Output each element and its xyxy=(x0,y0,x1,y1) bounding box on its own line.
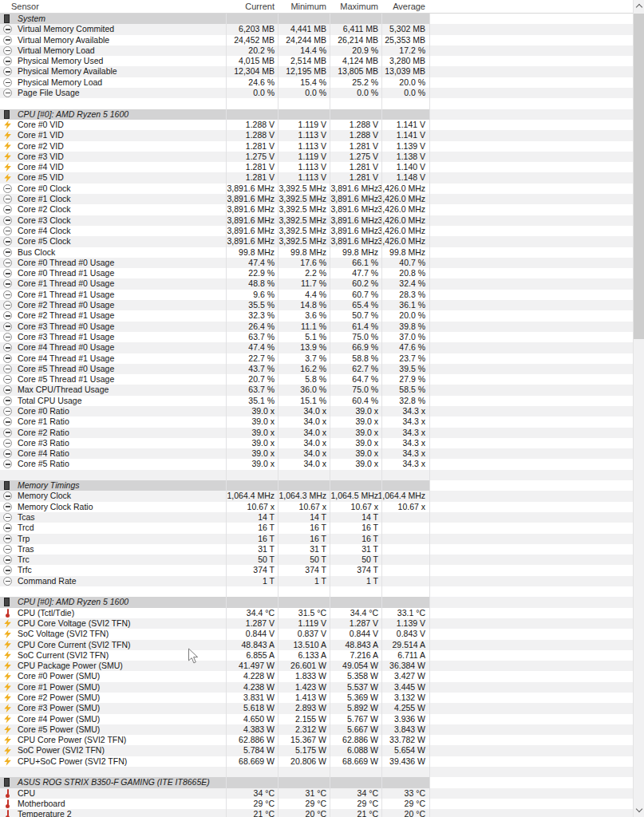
sensor-row[interactable]: Core #5 VID 1.281 V 1.113 V 1.281 V 1.14… xyxy=(0,172,633,183)
sensor-row[interactable]: Memory Clock 1,064.4 MHz 1,064.3 MHz 1,0… xyxy=(0,491,633,501)
sensor-row[interactable]: Core #1 Ratio 39.0 x 34.0 x 39.0 x 34.3 … xyxy=(0,416,633,427)
maximum-value: 16 T xyxy=(290,534,378,544)
sensor-row[interactable]: Trfc 374 T 374 T 374 T xyxy=(0,565,633,575)
sensor-row[interactable]: Virtual Memory Commited 6,203 MB 4,441 M… xyxy=(0,24,633,34)
sensor-row[interactable]: Trc 50 T 50 T 50 T xyxy=(0,555,633,565)
sensor-row[interactable]: Tcas 14 T 14 T 14 T xyxy=(0,512,633,523)
sensor-label: Core #1 Power (SMU) xyxy=(18,682,100,693)
sensor-label: SoC Voltage (SVI2 TFN) xyxy=(18,629,109,639)
sensor-row[interactable]: CPU (Tctl/Tdie) 34.4 °C 31.5 °C 34.4 °C … xyxy=(0,608,633,618)
sensor-row[interactable]: Temperature 2 21 °C 20 °C 21 °C 20 °C xyxy=(0,809,633,817)
sensor-row[interactable]: Core #4 Thread #0 Usage 47.4 % 13.9 % 66… xyxy=(0,342,633,353)
scrollbar-thumb[interactable] xyxy=(634,14,644,339)
section-header-row[interactable]: System xyxy=(0,14,633,24)
sensor-row[interactable]: SoC Voltage (SVI2 TFN) 0.844 V 0.837 V 0… xyxy=(0,629,633,639)
sensor-row[interactable]: Core #4 Power (SMU) 4.650 W 2.155 W 5.76… xyxy=(0,714,633,724)
sensor-row[interactable]: Core #5 Ratio 39.0 x 34.0 x 39.0 x 34.3 … xyxy=(0,459,633,469)
sensor-row[interactable]: Physical Memory Used 4,015 MB 2,514 MB 4… xyxy=(0,56,633,66)
sensor-row[interactable]: Core #5 Thread #0 Usage 43.7 % 16.2 % 62… xyxy=(0,364,633,374)
sensor-row[interactable]: CPU Core Voltage (SVI2 TFN) 1.287 V 1.11… xyxy=(0,618,633,629)
sensor-row[interactable]: Memory Clock Ratio 10.67 x 10.67 x 10.67… xyxy=(0,502,633,512)
sensor-row[interactable]: CPU Core Power (SVI2 TFN) 62.886 W 15.36… xyxy=(0,735,633,745)
sensor-row[interactable]: Trp 16 T 16 T 16 T xyxy=(0,534,633,544)
sensor-row[interactable]: Core #3 Thread #1 Usage 63.7 % 5.1 % 75.… xyxy=(0,332,633,342)
sensor-row[interactable]: Core #0 VID 1.288 V 1.119 V 1.288 V 1.14… xyxy=(0,120,633,130)
sensor-row[interactable]: Trcd 16 T 16 T 16 T xyxy=(0,523,633,533)
sensor-row[interactable]: Core #4 Thread #1 Usage 22.7 % 3.7 % 58.… xyxy=(0,353,633,364)
sensor-row[interactable]: Core #5 Thread #1 Usage 20.7 % 5.8 % 64.… xyxy=(0,374,633,385)
sensor-row[interactable]: Page File Usage 0.0 % 0.0 % 0.0 % 0.0 % xyxy=(0,88,633,98)
sensor-row[interactable]: Max CPU/Thread Usage 63.7 % 36.0 % 75.0 … xyxy=(0,385,633,395)
bolt-icon xyxy=(3,704,12,712)
average-value: 5.654 W xyxy=(338,745,425,756)
section-title: System xyxy=(18,14,45,24)
sensor-row[interactable]: Motherboard 29 °C 29 °C 29 °C 29 °C xyxy=(0,799,633,809)
sensor-row[interactable]: Core #1 VID 1.288 V 1.113 V 1.288 V 1.14… xyxy=(0,130,633,140)
sensor-row[interactable]: Core #5 Clock 3,891.6 MHz 3,392.5 MHz 3,… xyxy=(0,236,633,247)
sensor-row[interactable]: Core #1 Thread #0 Usage 48.8 % 11.7 % 60… xyxy=(0,278,633,289)
sensor-row[interactable]: Core #3 Power (SMU) 5.618 W 2.893 W 5.89… xyxy=(0,703,633,713)
average-value: 34.3 x xyxy=(338,459,425,469)
gauge-icon xyxy=(3,184,12,193)
column-header-sensor[interactable]: Sensor xyxy=(11,0,39,13)
sensor-row[interactable]: Core #0 Thread #1 Usage 22.9 % 2.2 % 47.… xyxy=(0,268,633,278)
sensor-row[interactable]: Core #4 Clock 3,891.6 MHz 3,392.5 MHz 3,… xyxy=(0,226,633,236)
sensor-row[interactable]: Core #3 VID 1.275 V 1.119 V 1.275 V 1.13… xyxy=(0,152,633,162)
vertical-scrollbar[interactable] xyxy=(633,0,644,817)
scroll-down-button[interactable] xyxy=(634,803,644,817)
sensor-row[interactable]: Core #2 Thread #1 Usage 32.3 % 3.6 % 50.… xyxy=(0,310,633,321)
sensor-row[interactable]: Core #1 Thread #1 Usage 9.6 % 4.4 % 60.7… xyxy=(0,290,633,300)
sensor-label: Motherboard xyxy=(18,799,65,809)
sensor-row[interactable]: SoC Current (SVI2 TFN) 6.855 A 6.133 A 7… xyxy=(0,650,633,661)
sensor-row[interactable]: Core #5 Power (SMU) 4.383 W 2.312 W 5.66… xyxy=(0,724,633,735)
sensor-row[interactable]: Core #2 Clock 3,891.6 MHz 3,392.5 MHz 3,… xyxy=(0,204,633,215)
average-value: 0.843 V xyxy=(338,629,425,639)
average-value: 20 °C xyxy=(338,809,425,817)
sensor-row[interactable]: Core #1 Power (SMU) 4.238 W 1.423 W 5.53… xyxy=(0,682,633,693)
sensor-row[interactable]: Core #2 Thread #0 Usage 35.5 % 14.8 % 65… xyxy=(0,300,633,310)
gauge-icon xyxy=(3,417,12,426)
table-header: Sensor Current Minimum Maximum Average xyxy=(0,0,633,14)
sensor-row[interactable]: SoC Power (SVI2 TFN) 5.784 W 5.175 W 6.0… xyxy=(0,745,633,756)
sensor-label: Core #2 Ratio xyxy=(18,428,69,438)
sensor-row[interactable]: Core #2 Power (SMU) 3.831 W 1.413 W 5.36… xyxy=(0,693,633,703)
sensor-row[interactable]: Virtual Memory Available 24,452 MB 24,24… xyxy=(0,35,633,45)
sensor-row[interactable]: Core #2 Ratio 39.0 x 34.0 x 39.0 x 34.3 … xyxy=(0,428,633,438)
sensor-row[interactable]: CPU+SoC Power (SVI2 TFN) 68.669 W 20.806… xyxy=(0,756,633,767)
sensor-row[interactable]: Physical Memory Load 24.6 % 15.4 % 25.2 … xyxy=(0,77,633,88)
sensor-row[interactable]: Core #0 Thread #0 Usage 47.4 % 17.6 % 66… xyxy=(0,258,633,268)
sensor-label: Core #4 VID xyxy=(18,162,64,172)
sensor-row[interactable]: Bus Clock 99.8 MHz 99.8 MHz 99.8 MHz 99.… xyxy=(0,247,633,258)
sensor-row[interactable]: Core #4 Ratio 39.0 x 34.0 x 39.0 x 34.3 … xyxy=(0,448,633,459)
sensor-row[interactable]: Core #2 VID 1.281 V 1.113 V 1.281 V 1.13… xyxy=(0,141,633,152)
average-value: 32.8 % xyxy=(338,396,425,406)
sensor-row[interactable]: Core #0 Power (SMU) 4.228 W 1.833 W 5.35… xyxy=(0,671,633,681)
sensor-row[interactable]: Physical Memory Available 12,304 MB 12,1… xyxy=(0,66,633,77)
average-value: 34.3 x xyxy=(338,438,425,448)
section-header-row[interactable]: ASUS ROG STRIX B350-F GAMING (ITE IT8665… xyxy=(0,777,633,787)
section-header-row[interactable]: CPU [#0]: AMD Ryzen 5 1600 xyxy=(0,109,633,120)
sensor-label: CPU xyxy=(18,788,35,799)
sensor-row[interactable]: Core #0 Clock 3,891.6 MHz 3,392.5 MHz 3,… xyxy=(0,184,633,194)
section-header-row[interactable]: CPU [#0]: AMD Ryzen 5 1600 xyxy=(0,597,633,607)
sensor-row[interactable]: Command Rate 1 T 1 T 1 T xyxy=(0,576,633,586)
sensor-row[interactable]: Core #3 Thread #0 Usage 26.4 % 11.1 % 61… xyxy=(0,322,633,332)
sensor-row[interactable]: Total CPU Usage 35.1 % 15.1 % 60.4 % 32.… xyxy=(0,396,633,406)
column-header-average[interactable]: Average xyxy=(338,0,425,13)
sensor-row[interactable]: CPU Core Current (SVI2 TFN) 48.843 A 13.… xyxy=(0,640,633,650)
sensor-row[interactable]: Core #1 Clock 3,891.6 MHz 3,392.5 MHz 3,… xyxy=(0,194,633,204)
scroll-up-button[interactable] xyxy=(634,0,644,14)
sensor-row[interactable]: Tras 31 T 31 T 31 T xyxy=(0,544,633,555)
sensor-row[interactable]: Virtual Memory Load 20.2 % 14.4 % 20.9 %… xyxy=(0,45,633,56)
sensor-row[interactable]: Core #3 Clock 3,891.6 MHz 3,392.5 MHz 3,… xyxy=(0,215,633,226)
sensor-row[interactable]: Core #0 Ratio 39.0 x 34.0 x 39.0 x 34.3 … xyxy=(0,406,633,416)
sensor-label: Core #5 Thread #1 Usage xyxy=(18,374,114,385)
hwinfo-sensor-status-window: Sensor Current Minimum Maximum Average S… xyxy=(0,0,644,817)
sensor-row[interactable]: CPU Package Power (SMU) 41.497 W 26.601 … xyxy=(0,661,633,671)
average-value: 3,426.0 MHz xyxy=(338,184,425,194)
sensor-row[interactable]: Core #3 Ratio 39.0 x 34.0 x 39.0 x 34.3 … xyxy=(0,438,633,448)
section-header-row[interactable]: Memory Timings xyxy=(0,480,633,491)
gauge-icon xyxy=(3,523,12,532)
sensor-row[interactable]: CPU 34 °C 31 °C 34 °C 33 °C xyxy=(0,788,633,799)
sensor-row[interactable]: Core #4 VID 1.281 V 1.113 V 1.281 V 1.14… xyxy=(0,162,633,172)
